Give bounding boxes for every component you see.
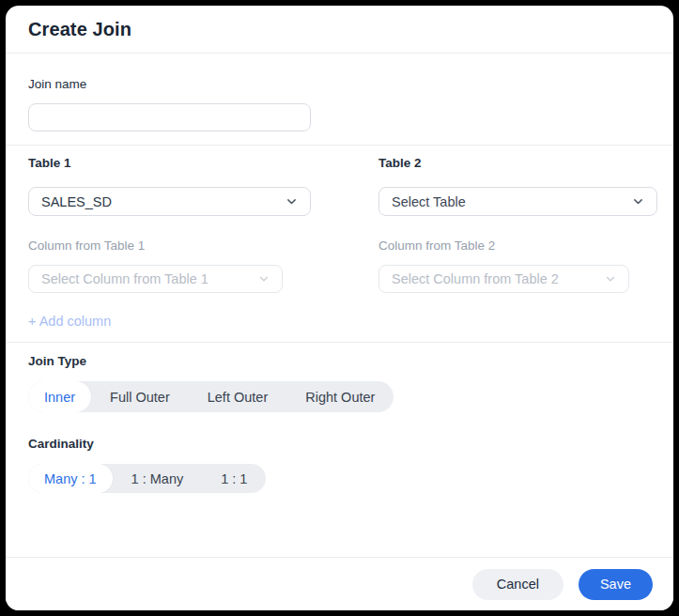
join-name-section: Join name: [6, 77, 673, 145]
cancel-button[interactable]: Cancel: [472, 569, 563, 600]
join-type-option-right-outer[interactable]: Right Outer: [286, 381, 394, 412]
cardinality-option-1-1[interactable]: 1 : 1: [202, 464, 266, 493]
create-join-dialog: Create Join Join name Table 1 SALES_SD C…: [6, 6, 673, 610]
chevron-down-icon: [605, 273, 616, 285]
join-name-label: Join name: [28, 77, 651, 92]
tables-columns-grid: Table 1 SALES_SD Column from Table 1 Sel…: [28, 146, 651, 342]
cardinality-label: Cardinality: [28, 437, 651, 452]
column2-select[interactable]: Select Column from Table 2: [378, 265, 629, 293]
table1-select[interactable]: SALES_SD: [28, 187, 311, 216]
table1-cell: Table 1 SALES_SD Column from Table 1 Sel…: [28, 156, 311, 329]
column2-label: Column from Table 2: [378, 239, 495, 254]
cardinality-section: Cardinality Many : 1 1 : Many 1 : 1: [28, 437, 651, 493]
join-type-option-inner[interactable]: Inner: [28, 381, 91, 412]
join-type-segmented-control: Inner Full Outer Left Outer Right Outer: [28, 381, 394, 412]
table2-placeholder: Select Table: [392, 194, 466, 209]
join-type-label: Join Type: [28, 354, 651, 369]
column1-placeholder: Select Column from Table 1: [41, 271, 208, 286]
cardinality-segmented-control: Many : 1 1 : Many 1 : 1: [28, 464, 266, 493]
column1-select[interactable]: Select Column from Table 1: [28, 265, 283, 293]
dialog-header: Create Join: [6, 6, 673, 54]
join-type-option-left-outer[interactable]: Left Outer: [189, 381, 286, 412]
chevron-down-icon: [285, 195, 298, 208]
add-column-link[interactable]: + Add column: [28, 314, 111, 329]
save-button[interactable]: Save: [579, 569, 653, 600]
column2-placeholder: Select Column from Table 2: [392, 271, 559, 286]
cardinality-option-many-1[interactable]: Many : 1: [28, 464, 113, 493]
table2-label: Table 2: [378, 156, 422, 171]
dialog-title: Create Join: [28, 19, 131, 40]
join-type-option-full-outer[interactable]: Full Outer: [91, 381, 189, 412]
table1-label: Table 1: [28, 156, 71, 171]
table2-cell: Table 2 Select Table Column from Table 2…: [378, 156, 657, 329]
cardinality-option-1-many[interactable]: 1 : Many: [113, 464, 203, 493]
column1-label: Column from Table 1: [28, 239, 145, 254]
table1-selected-value: SALES_SD: [41, 194, 112, 209]
chevron-down-icon: [632, 195, 644, 208]
dialog-footer: Cancel Save: [6, 557, 673, 610]
join-type-section: Join Type Inner Full Outer Left Outer Ri…: [6, 354, 673, 493]
chevron-down-icon: [258, 273, 270, 285]
table2-select[interactable]: Select Table: [378, 187, 657, 216]
join-name-input[interactable]: [28, 103, 311, 131]
divider: [6, 342, 673, 343]
